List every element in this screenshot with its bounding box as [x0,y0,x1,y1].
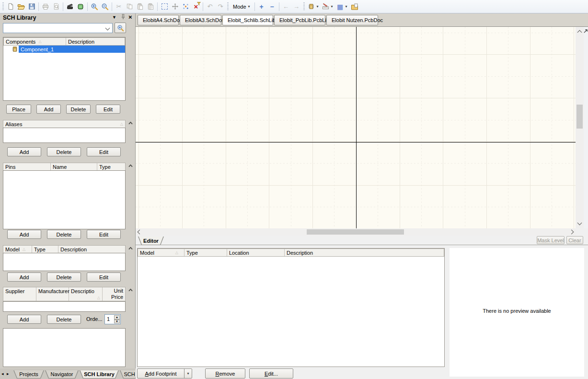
clear-button[interactable]: Clear [566,236,583,244]
copy-icon[interactable] [124,1,135,12]
canvas-horizontal-scrollbar[interactable] [136,228,576,236]
tab-navigator[interactable]: Navigator [45,370,79,379]
place-button[interactable]: Place [6,105,31,114]
supplier-column-header[interactable]: Supplier [3,287,36,301]
doc-tab-elobit-schlib[interactable]: Elobit_Schlib.SchLib [222,15,273,25]
doc-tab-elobit-pcblib[interactable]: Elobit_PcbLib.PcbLib [274,15,325,25]
add-footprint-button[interactable]: Add Footprint ▾ [137,368,192,379]
drawing-tools-dropdown-icon[interactable]: ▾ [331,4,333,9]
model-column-header[interactable]: Model△ [3,246,32,253]
aliases-header[interactable]: Aliases△ [3,120,126,128]
pins-collapse-icon[interactable] [127,163,134,168]
redo-icon[interactable]: ↷ [215,1,226,12]
model-add-button[interactable]: Add [7,272,41,282]
aliases-list[interactable] [3,128,126,143]
pcb-document-icon[interactable] [75,1,86,12]
supplier-list[interactable] [3,301,126,312]
add-footprint-dropdown-icon[interactable]: ▾ [184,369,192,378]
scroll-right-icon[interactable] [569,230,574,235]
model-type-column-header[interactable]: Type [32,246,58,253]
add-part-icon[interactable]: + [256,1,267,12]
alias-delete-button[interactable]: Delete [47,147,81,156]
schematic-canvas[interactable] [136,27,576,228]
clear-filter-icon[interactable]: × [191,1,201,12]
tabs-scroll-left-icon[interactable]: ◂ [1,371,4,376]
search-button[interactable] [115,23,126,33]
alias-edit-button[interactable]: Edit [87,147,121,156]
forward-icon[interactable]: → [291,1,302,12]
supplier-header[interactable]: Supplier Manufacturer Descriptio△ Unit P… [3,287,126,301]
models-header[interactable]: Model△ Type Description [3,245,126,253]
component-edit-button[interactable]: Edit [96,105,120,114]
panel-close-icon[interactable]: × [128,13,132,21]
print-preview-icon[interactable] [51,1,61,12]
components-column-header[interactable]: Components△ [4,38,66,45]
pins-list[interactable] [3,170,126,229]
pin-type-column-header[interactable]: Type [97,163,125,170]
components-list[interactable]: Components△ Description Component_1 [3,37,126,101]
select-area-icon[interactable] [159,1,170,12]
back-icon[interactable]: ← [281,1,291,12]
open-document-icon[interactable] [16,1,26,12]
panel-pin-icon[interactable] [120,14,126,21]
supplier-delete-button[interactable]: Delete [47,315,81,324]
remove-part-icon[interactable]: − [267,1,277,12]
selection-filter-icon[interactable] [180,1,191,12]
smart-pdf-icon[interactable] [65,1,75,12]
move-icon[interactable] [170,1,180,12]
tabs-scroll-right-icon[interactable]: ▸ [7,371,9,376]
remove-button[interactable]: Remove [205,368,245,379]
search-input[interactable] [4,24,102,33]
print-icon[interactable] [40,1,51,12]
place-component-icon[interactable] [306,1,317,12]
scroll-left-icon[interactable] [138,230,142,235]
location-column-header[interactable]: Location [227,249,285,256]
spin-down-icon[interactable]: ▼ [114,320,120,324]
supplier-collapse-icon[interactable] [127,287,134,292]
pin-delete-button[interactable]: Delete [47,230,81,239]
manufacturer-column-header[interactable]: Manufacturer [36,287,69,301]
canvas-vertical-scrollbar[interactable] [576,27,584,228]
zoom-out-icon[interactable] [100,1,110,12]
alias-add-button[interactable]: Add [7,147,41,156]
panel-menu-icon[interactable]: ▼ [112,15,116,20]
vertical-scroll-thumb[interactable] [576,105,583,129]
aliases-collapse-icon[interactable] [127,120,134,125]
order-quantity-stepper[interactable]: 1 ▲ ▼ [104,314,121,324]
horizontal-scroll-thumb[interactable] [307,229,404,235]
pan-corner-icon[interactable] [584,28,588,34]
pins-column-header[interactable]: Pins [3,163,51,170]
pin-name-column-header[interactable]: Name [51,163,97,170]
save-icon[interactable] [26,1,37,12]
pin-add-button[interactable]: Add [7,230,41,239]
grid-settings-dropdown-icon[interactable]: ▾ [346,4,347,9]
model-column-header[interactable]: Model△ [138,249,184,256]
paste-special-icon[interactable] [145,1,156,12]
model-description-column-header[interactable]: Description [58,246,125,253]
undo-icon[interactable]: ↶ [205,1,215,12]
mask-level-button[interactable]: Mask Level [537,236,565,244]
doc-tab-elobit-nutzen[interactable]: Elobit Nutzen.PcbDoc [326,15,378,25]
doc-tab-elobita3[interactable]: ElobitA3.SchDot [180,15,221,25]
tab-projects[interactable]: Projects [13,370,44,379]
unit-price-column-header[interactable]: Unit Price [103,287,125,301]
notes-list[interactable] [3,328,126,367]
model-delete-button[interactable]: Delete [47,272,81,282]
spin-up-icon[interactable]: ▲ [114,315,120,320]
component-delete-button[interactable]: Delete [66,105,91,114]
place-component-dropdown-icon[interactable]: ▾ [317,4,319,9]
drawing-tools-icon[interactable] [321,1,331,12]
pins-header[interactable]: Pins Name Type [3,163,126,171]
models-list[interactable] [3,253,126,271]
description-column-header[interactable]: Description [66,38,125,45]
pin-edit-button[interactable]: Edit [87,230,121,239]
zoom-in-icon[interactable] [89,1,100,12]
component-row[interactable]: Component_1 [3,46,125,53]
description-column-header[interactable]: Description [285,249,444,256]
model-edit-button[interactable]: Edit [87,272,121,282]
component-row-label[interactable]: Component_1 [19,46,125,53]
document-options-icon[interactable] [349,1,360,12]
edit-button[interactable]: Edit... [249,368,293,379]
type-column-header[interactable]: Type [184,249,227,256]
new-document-icon[interactable] [5,1,16,12]
